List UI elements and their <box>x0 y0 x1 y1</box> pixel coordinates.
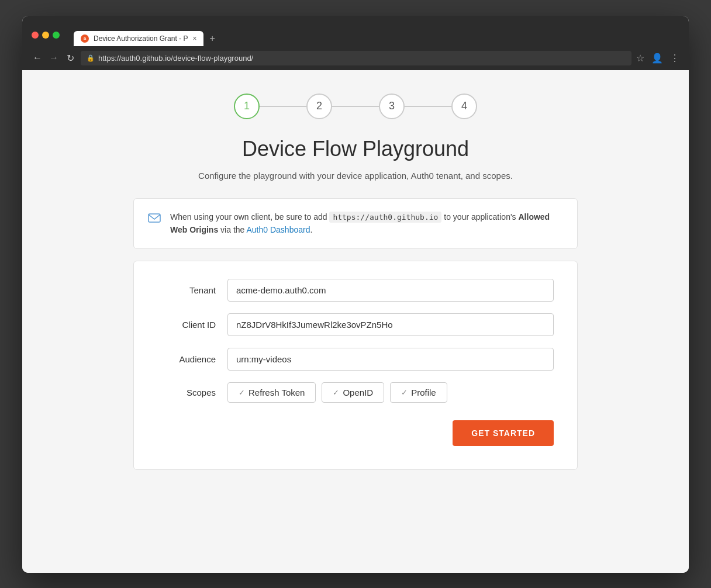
info-text-before: When using your own client, be sure to a… <box>170 212 329 222</box>
back-button[interactable]: ← <box>32 53 43 63</box>
refresh-button[interactable]: ↻ <box>64 53 76 64</box>
step-line-1-2 <box>260 106 306 107</box>
form-box: Tenant Client ID Audience Scopes <box>133 261 578 470</box>
menu-icon[interactable]: ⋮ <box>670 53 679 64</box>
step-line-2-3 <box>332 106 379 107</box>
audience-row: Audience <box>157 348 554 371</box>
svg-rect-0 <box>149 214 160 222</box>
toolbar-icons: ☆ 👤 ⋮ <box>636 53 679 64</box>
step-line-3-4 <box>405 106 451 107</box>
tenant-row: Tenant <box>157 279 554 302</box>
avatar-icon[interactable]: 👤 <box>651 53 663 64</box>
browser-window: a Device Authorization Grant - P × + ← →… <box>22 16 689 573</box>
step-2[interactable]: 2 <box>306 94 332 119</box>
tab-title: Device Authorization Grant - P <box>94 34 188 43</box>
traffic-lights <box>32 32 60 39</box>
scope-buttons: ✓ Refresh Token ✓ OpenID ✓ Profile <box>227 382 447 403</box>
info-icon <box>148 212 161 227</box>
lock-icon: 🔒 <box>87 54 95 62</box>
tab-bar: a Device Authorization Grant - P × + <box>64 25 230 47</box>
active-tab[interactable]: a Device Authorization Grant - P × <box>74 31 203 46</box>
address-bar: ← → ↻ 🔒 https://auth0.github.io/device-f… <box>22 47 689 70</box>
tenant-input[interactable] <box>227 279 554 302</box>
step-4[interactable]: 4 <box>451 94 477 119</box>
maximize-button[interactable] <box>53 32 60 39</box>
tenant-label: Tenant <box>157 285 227 295</box>
client-id-label: Client ID <box>157 320 227 330</box>
audience-label: Audience <box>157 354 227 364</box>
scope-openid-label: OpenID <box>343 388 373 397</box>
page-subtitle: Configure the playground with your devic… <box>133 171 578 181</box>
client-id-row: Client ID <box>157 313 554 336</box>
browser-chrome: a Device Authorization Grant - P × + ← →… <box>22 16 689 70</box>
auth0-dashboard-link[interactable]: Auth0 Dashboard <box>246 225 310 234</box>
audience-input[interactable] <box>227 348 554 371</box>
stepper: 1 2 3 4 <box>133 94 578 119</box>
check-icon: ✓ <box>239 388 245 397</box>
step-3[interactable]: 3 <box>379 94 405 119</box>
info-text: When using your own client, be sure to a… <box>170 210 563 237</box>
check-icon: ✓ <box>401 388 408 397</box>
scope-openid[interactable]: ✓ OpenID <box>322 382 384 403</box>
tab-favicon: a <box>81 34 89 43</box>
scopes-label: Scopes <box>157 388 227 397</box>
forward-button[interactable]: → <box>48 53 60 63</box>
info-period: . <box>310 225 312 234</box>
close-button[interactable] <box>32 32 39 39</box>
scope-refresh-token[interactable]: ✓ Refresh Token <box>227 382 316 403</box>
check-icon: ✓ <box>333 388 339 397</box>
new-tab-button[interactable]: + <box>203 30 220 47</box>
form-actions: GET STARTED <box>157 420 554 446</box>
get-started-button[interactable]: GET STARTED <box>453 420 554 446</box>
info-code: https://auth0.github.io <box>329 212 441 223</box>
scope-refresh-token-label: Refresh Token <box>248 388 305 397</box>
scope-profile-label: Profile <box>411 388 436 397</box>
page-title: Device Flow Playground <box>133 137 578 161</box>
scope-profile[interactable]: ✓ Profile <box>390 382 447 403</box>
browser-content: 1 2 3 4 Device Flow Playground Configure… <box>22 70 689 573</box>
url-bar[interactable]: 🔒 https://auth0.github.io/device-flow-pl… <box>81 51 631 65</box>
title-bar: a Device Authorization Grant - P × + <box>22 16 689 47</box>
info-text-after: via the <box>218 225 246 234</box>
minimize-button[interactable] <box>42 32 49 39</box>
tab-close-icon[interactable]: × <box>192 34 196 43</box>
step-1[interactable]: 1 <box>234 94 260 119</box>
client-id-input[interactable] <box>227 313 554 336</box>
url-text: https://auth0.github.io/device-flow-play… <box>98 54 253 63</box>
info-box: When using your own client, be sure to a… <box>133 198 578 249</box>
scopes-row: Scopes ✓ Refresh Token ✓ OpenID ✓ Profil <box>157 382 554 403</box>
bookmark-icon[interactable]: ☆ <box>636 53 644 64</box>
info-text-middle: to your application's <box>441 212 518 222</box>
page-container: 1 2 3 4 Device Flow Playground Configure… <box>133 94 578 470</box>
